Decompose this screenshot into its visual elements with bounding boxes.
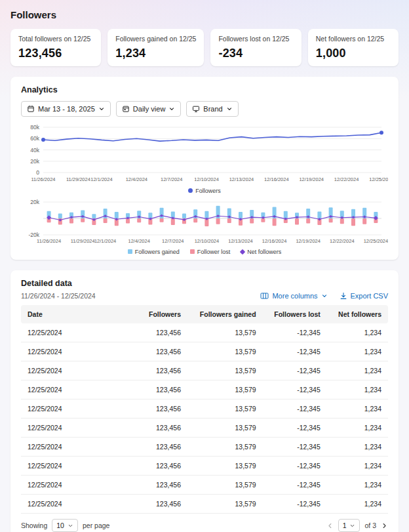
table-row: 12/25/2024123,45613,579-12,3451,234 xyxy=(21,419,388,438)
table-cell: 12/25/2024 xyxy=(21,342,138,361)
svg-text:12/19/2024: 12/19/2024 xyxy=(296,238,321,244)
calendar-day-icon xyxy=(122,105,130,113)
table-cell: 13,579 xyxy=(187,361,263,380)
next-page-button[interactable] xyxy=(381,522,388,529)
page-size-select[interactable]: 10 xyxy=(52,519,78,532)
table-cell: 12/25/2024 xyxy=(21,380,138,399)
svg-text:12/7/2024: 12/7/2024 xyxy=(161,176,182,182)
table-cell: -12,345 xyxy=(263,457,327,476)
stat-label: Followers lost on 12/25 xyxy=(218,35,293,43)
calendar-icon xyxy=(27,105,35,113)
detailed-data-card: Detailed data 11/26/2024 - 12/25/2024 Mo… xyxy=(10,270,399,532)
table-cell: 13,579 xyxy=(187,495,263,514)
chevron-down-icon xyxy=(168,106,175,112)
svg-text:12/1/2024: 12/1/2024 xyxy=(90,176,112,182)
table-cell: 12/25/2024 xyxy=(21,438,138,457)
table-row: 12/25/2024123,45613,579-12,3451,234 xyxy=(21,495,388,514)
square-swatch-icon xyxy=(128,249,132,254)
page-title: Followers xyxy=(10,9,399,20)
legend-item[interactable]: Followers xyxy=(188,188,221,194)
table-meta-row: 11/26/2024 - 12/25/2024 More columns Exp… xyxy=(21,292,388,300)
table-cell: -12,345 xyxy=(263,495,327,514)
monitor-icon xyxy=(192,105,200,113)
table-cell: 123,456 xyxy=(138,476,187,495)
table-cell: 13,579 xyxy=(187,323,263,342)
svg-text:12/16/2024: 12/16/2024 xyxy=(262,238,287,244)
chevron-down-icon xyxy=(98,106,105,112)
date-range-label: Mar 13 - 18, 2025 xyxy=(38,105,95,113)
svg-text:0: 0 xyxy=(36,169,39,176)
stat-label: Total followers on 12/25 xyxy=(18,35,93,43)
chevron-down-icon xyxy=(349,523,355,529)
table-cell: 12/25/2024 xyxy=(21,457,138,476)
stat-label: Net followers on 12/25 xyxy=(316,35,391,43)
legend-label: Follower lost xyxy=(197,249,231,255)
svg-text:40k: 40k xyxy=(30,147,39,153)
column-header-date: Date xyxy=(21,305,138,323)
date-range-dropdown[interactable]: Mar 13 - 18, 2025 xyxy=(21,101,111,117)
pagination: 1 of 3 xyxy=(326,519,388,532)
svg-text:12/19/2024: 12/19/2024 xyxy=(299,176,324,182)
current-page-value: 1 xyxy=(343,522,347,529)
followers-line-chart: 020k40k60k80k11/26/202411/29/202412/1/20… xyxy=(21,122,388,184)
previous-page-button[interactable] xyxy=(326,522,334,529)
legend-item[interactable]: Follower lost xyxy=(190,249,231,255)
table-cell: -12,345 xyxy=(263,361,327,380)
svg-text:11/26/2024: 11/26/2024 xyxy=(37,238,61,244)
table-cell: 1,234 xyxy=(327,399,388,419)
table-cell: 1,234 xyxy=(327,495,388,514)
table-cell: -12,345 xyxy=(263,419,327,438)
table-cell: 123,456 xyxy=(138,342,187,361)
svg-text:20k: 20k xyxy=(30,158,39,165)
stat-card-total-followers: Total followers on 12/25 123,456 xyxy=(10,29,101,66)
table-cell: -12,345 xyxy=(263,476,327,495)
svg-text:12/10/2024: 12/10/2024 xyxy=(194,176,219,182)
per-page-label: per page xyxy=(83,522,109,529)
source-label: Brand xyxy=(203,105,222,113)
svg-text:12/7/2024: 12/7/2024 xyxy=(162,238,184,244)
table-cell: 13,579 xyxy=(187,342,263,361)
table-row: 12/25/2024123,45613,579-12,3451,234 xyxy=(21,323,388,342)
table-cell: 1,234 xyxy=(327,361,388,380)
svg-text:-20k: -20k xyxy=(28,232,39,238)
export-csv-label: Export CSV xyxy=(351,292,388,300)
svg-text:12/22/2024: 12/22/2024 xyxy=(330,238,355,244)
page-number-select[interactable]: 1 xyxy=(338,519,360,532)
analytics-filters: Mar 13 - 18, 2025 Daily view Brand xyxy=(21,101,388,117)
table-row: 12/25/2024123,45613,579-12,3451,234 xyxy=(21,342,388,361)
column-header-followers: Followers xyxy=(138,305,187,323)
legend-label: Followers gained xyxy=(135,249,180,255)
stat-value: -234 xyxy=(218,47,293,60)
table-cell: -12,345 xyxy=(263,323,327,342)
table-cell: 1,234 xyxy=(327,342,388,361)
source-dropdown[interactable]: Brand xyxy=(186,101,238,117)
table-cell: 123,456 xyxy=(138,495,187,514)
more-columns-button[interactable]: More columns xyxy=(260,292,327,300)
stats-row: Total followers on 12/25 123,456 Followe… xyxy=(10,29,399,66)
view-granularity-dropdown[interactable]: Daily view xyxy=(116,101,182,117)
table-row: 12/25/2024123,45613,579-12,3451,234 xyxy=(21,399,388,419)
line-chart-legend: Followers xyxy=(21,186,388,195)
detailed-data-title: Detailed data xyxy=(21,279,388,288)
table-row: 12/25/2024123,45613,579-12,3451,234 xyxy=(21,476,388,495)
table-cell: 13,579 xyxy=(187,476,263,495)
table-cell: 123,456 xyxy=(138,419,187,438)
showing-label: Showing xyxy=(21,522,47,529)
svg-text:11/29/2024: 11/29/2024 xyxy=(71,238,95,244)
export-csv-button[interactable]: Export CSV xyxy=(340,292,388,300)
table-cell: 123,456 xyxy=(138,399,187,419)
legend-label: Followers xyxy=(195,188,221,194)
download-icon xyxy=(340,292,347,300)
table-cell: 13,579 xyxy=(187,419,263,438)
legend-item[interactable]: Net followers xyxy=(241,249,281,255)
circle-swatch-icon xyxy=(188,188,193,193)
table-cell: 13,579 xyxy=(187,457,263,476)
svg-text:12/16/2024: 12/16/2024 xyxy=(264,176,289,182)
svg-text:20k: 20k xyxy=(30,199,39,205)
legend-label: Net followers xyxy=(247,249,281,255)
svg-text:12/22/2024: 12/22/2024 xyxy=(334,176,359,182)
table-row: 12/25/2024123,45613,579-12,3451,234 xyxy=(21,438,388,457)
legend-item[interactable]: Followers gained xyxy=(128,249,180,255)
table-cell: 123,456 xyxy=(138,361,187,380)
followers-page: Followers Total followers on 12/25 123,4… xyxy=(0,0,409,532)
